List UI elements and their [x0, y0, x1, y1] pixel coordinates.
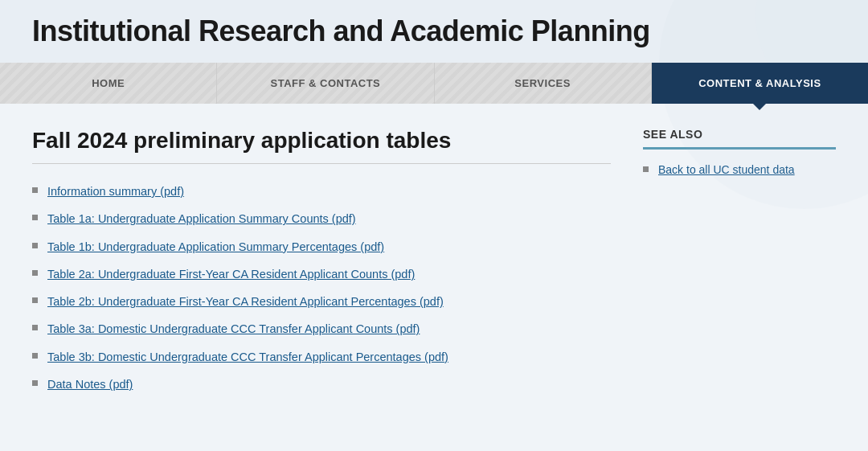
bullet-icon [32, 380, 38, 386]
page-title: Fall 2024 preliminary application tables [32, 128, 611, 164]
list-item: Information summary (pdf) [32, 183, 611, 199]
link-data-notes[interactable]: Data Notes (pdf) [47, 376, 133, 392]
nav-staff-contacts[interactable]: STAFF & CONTACTS [217, 63, 434, 104]
list-item: Table 3b: Domestic Undergraduate CCC Tra… [32, 349, 611, 365]
bullet-icon [32, 243, 38, 248]
bullet-icon [643, 166, 649, 172]
bullet-icon [32, 325, 38, 330]
bullet-icon [32, 215, 38, 220]
nav-home[interactable]: HOME [0, 63, 217, 104]
link-table-2b[interactable]: Table 2b: Undergraduate First-Year CA Re… [47, 293, 444, 310]
link-table-1a[interactable]: Table 1a: Undergraduate Application Summ… [47, 211, 356, 227]
list-item: Table 2b: Undergraduate First-Year CA Re… [32, 293, 611, 310]
main-content: Fall 2024 preliminary application tables… [32, 128, 611, 404]
bullet-icon [32, 297, 38, 303]
links-list: Information summary (pdf) Table 1a: Unde… [32, 183, 611, 392]
link-table-1b[interactable]: Table 1b: Undergraduate Application Summ… [47, 239, 384, 255]
list-item: Data Notes (pdf) [32, 376, 611, 392]
list-item: Table 2a: Undergraduate First-Year CA Re… [32, 266, 611, 282]
list-item: Table 1a: Undergraduate Application Summ… [32, 211, 611, 227]
bullet-icon [32, 187, 38, 193]
bullet-icon [32, 270, 38, 276]
nav-content-analysis[interactable]: CONTENT & ANALYSIS [652, 63, 868, 104]
nav-services[interactable]: SERVICES [435, 63, 652, 104]
list-item: Table 3a: Domestic Undergraduate CCC Tra… [32, 321, 611, 337]
sidebar-link-item: Back to all UC student data [643, 162, 836, 178]
main-nav: HOME STAFF & CONTACTS SERVICES CONTENT &… [0, 63, 868, 104]
site-title: Institutional Research and Academic Plan… [32, 14, 836, 48]
bullet-icon [32, 353, 38, 359]
link-table-2a[interactable]: Table 2a: Undergraduate First-Year CA Re… [47, 266, 415, 282]
see-also-header: SEE ALSO [643, 128, 836, 150]
page-header: Institutional Research and Academic Plan… [0, 0, 868, 63]
link-table-3a[interactable]: Table 3a: Domestic Undergraduate CCC Tra… [47, 321, 420, 337]
link-table-3b[interactable]: Table 3b: Domestic Undergraduate CCC Tra… [47, 349, 448, 365]
link-info-summary[interactable]: Information summary (pdf) [47, 183, 184, 199]
back-to-uc-data-link[interactable]: Back to all UC student data [658, 162, 795, 178]
list-item: Table 1b: Undergraduate Application Summ… [32, 239, 611, 255]
content-area: Fall 2024 preliminary application tables… [0, 104, 868, 428]
sidebar: SEE ALSO Back to all UC student data [643, 128, 836, 404]
